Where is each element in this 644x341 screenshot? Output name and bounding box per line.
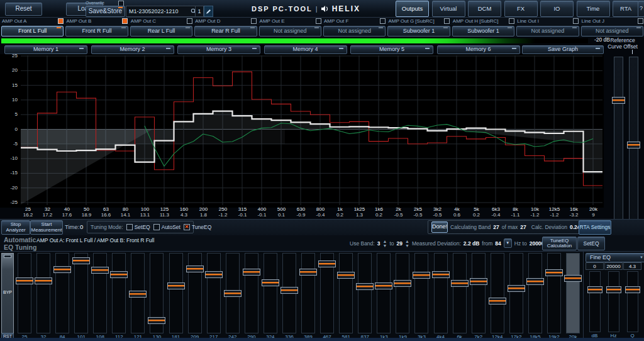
nav-tab-fx[interactable]: FX — [504, 1, 538, 17]
eq-bypass-strip[interactable]: BYP — [1, 253, 14, 333]
eq-slider-handle[interactable] — [337, 272, 355, 279]
eq-slider-handle[interactable] — [526, 278, 544, 285]
tuning-mode-checkbox-tuneeq[interactable]: ✕ — [184, 224, 190, 230]
eq-slider-handle[interactable] — [91, 267, 109, 274]
nav-tab-outputs[interactable]: Outputs — [396, 1, 429, 17]
channel-assign-button-7[interactable]: Subwoofer 1 — [387, 26, 450, 36]
channel-assign-button-2[interactable]: Front R Full — [65, 26, 128, 36]
channel-checkbox-1[interactable] — [58, 18, 64, 24]
reference-offset-handle[interactable] — [627, 142, 640, 148]
eq-slider-track[interactable] — [472, 253, 486, 333]
eq-slider-track[interactable] — [566, 253, 580, 333]
channel-assign-button-3[interactable]: Rear L Full — [130, 26, 192, 36]
nav-tab-dcm[interactable]: DCM — [468, 1, 501, 17]
eq-slider-handle[interactable] — [35, 277, 52, 284]
eq-slider-handle[interactable] — [432, 271, 450, 278]
fine-eq-dropdown[interactable]: Fine EQ ▼ — [586, 253, 644, 262]
save-graph-button[interactable]: Save Graph — [522, 45, 604, 54]
channel-assign-button-1[interactable]: Front L Full — [1, 26, 64, 36]
help-button[interactable]: ? — [638, 1, 644, 17]
freq-from-dropdown[interactable]: ▼ — [504, 238, 512, 248]
save-store-button[interactable]: Save&Store — [86, 6, 125, 17]
eq-slider-track[interactable] — [207, 253, 221, 333]
nav-tab-io[interactable]: IO — [540, 1, 574, 17]
eq-slider-handle[interactable] — [489, 298, 506, 305]
frequency-response-chart[interactable] — [21, 55, 602, 205]
eq-slider-handle[interactable] — [508, 285, 525, 292]
eq-slider-handle[interactable] — [470, 278, 487, 285]
eq-slider-track[interactable] — [453, 253, 467, 333]
fine-eq-slider-track[interactable] — [608, 271, 619, 332]
stop-analyzer-button[interactable]: Stop Analyzer — [1, 220, 30, 235]
band-to-spinner[interactable]: ▲▼ — [405, 239, 409, 248]
edit-preset-button[interactable] — [204, 6, 213, 17]
eq-slider-handle[interactable] — [299, 269, 317, 276]
channel-checkbox-3[interactable] — [187, 18, 192, 24]
band-from-spinner[interactable]: ▲▼ — [382, 239, 387, 248]
channel-assign-button-6[interactable]: Not assigned — [323, 26, 386, 36]
tuning-mode-checkbox-autoset[interactable] — [153, 224, 160, 230]
fine-eq-value[interactable]: 0 — [586, 262, 604, 270]
fine-eq-slider-track[interactable] — [627, 271, 638, 332]
memory-tab-3[interactable]: Memory 3 — [177, 45, 260, 54]
eq-slider-handle[interactable] — [375, 282, 392, 289]
fine-eq-value[interactable]: 20000 — [604, 262, 623, 270]
eq-slider-handle[interactable] — [16, 277, 33, 284]
rta-settings-button[interactable]: RTA Settings — [579, 220, 611, 235]
memory-tab-4[interactable]: Memory 4 — [264, 45, 347, 54]
eq-slider-track[interactable] — [245, 253, 258, 333]
fine-eq-value[interactable]: 4.3 — [623, 262, 641, 270]
nav-tab-rta[interactable]: RTA — [613, 1, 639, 17]
eq-slider-track[interactable] — [509, 253, 523, 333]
nav-tab-virtual[interactable]: Virtual — [432, 1, 465, 17]
eq-slider-handle[interactable] — [451, 280, 469, 287]
channel-checkbox-9[interactable] — [573, 18, 579, 24]
eq-slider-track[interactable] — [93, 253, 107, 333]
eq-slider-track[interactable] — [36, 253, 50, 333]
eq-slider-track[interactable] — [528, 253, 542, 333]
eq-slider-handle[interactable] — [318, 260, 336, 267]
eq-slider-track[interactable] — [434, 253, 448, 333]
channel-assign-button-5[interactable]: Not assigned — [259, 26, 321, 36]
eq-slider-handle[interactable] — [224, 290, 242, 297]
eq-slider-handle[interactable] — [545, 269, 563, 276]
eq-slider-track[interactable] — [74, 253, 88, 333]
fine-eq-slider-handle[interactable] — [625, 286, 640, 293]
eq-slider-handle[interactable] — [564, 275, 582, 282]
seteq-button[interactable]: SetEQ — [577, 237, 605, 250]
eq-slider-track[interactable] — [112, 253, 126, 333]
eq-slider-handle[interactable] — [205, 271, 223, 278]
channel-checkbox-4[interactable] — [251, 18, 257, 24]
eq-slider-track[interactable] — [358, 253, 372, 333]
channel-checkbox-2[interactable] — [122, 18, 128, 24]
eq-slider-track[interactable] — [339, 253, 353, 333]
eq-slider-track[interactable] — [414, 253, 428, 333]
preset-name-field[interactable]: M1-23052022-1210 — [126, 6, 200, 17]
eq-slider-handle[interactable] — [53, 266, 71, 273]
channel-checkbox-7[interactable] — [444, 18, 450, 24]
eq-slider-handle[interactable] — [394, 280, 411, 287]
eq-slider-track[interactable] — [491, 253, 504, 333]
channel-assign-button-9[interactable]: Not assigned — [516, 26, 579, 36]
channel-checkbox-10[interactable] — [638, 18, 643, 24]
fine-eq-slider-track[interactable] — [589, 271, 601, 332]
reference-offset-slider[interactable] — [629, 57, 638, 235]
eq-slider-track[interactable] — [396, 253, 409, 333]
eq-slider-handle[interactable] — [356, 283, 374, 290]
measurement-offset-handle[interactable] — [612, 97, 625, 104]
memory-tab-2[interactable]: Memory 2 — [91, 45, 174, 54]
start-measurement-button[interactable]: Start Measurement — [30, 220, 63, 235]
eq-slider-handle[interactable] — [148, 317, 165, 324]
eq-slider-handle[interactable] — [413, 272, 430, 279]
reset-button[interactable]: Reset — [5, 3, 42, 16]
measurement-offset-slider[interactable] — [614, 57, 623, 235]
fine-eq-slider-handle[interactable] — [587, 286, 602, 293]
channel-checkbox-8[interactable] — [509, 18, 514, 24]
channel-assign-button-8[interactable]: Subwoofer 1 — [452, 26, 514, 36]
tuning-mode-checkbox-seteq[interactable] — [126, 224, 133, 230]
eq-slider-track[interactable] — [55, 253, 69, 333]
eq-slider-handle[interactable] — [262, 279, 279, 286]
channel-assign-button-4[interactable]: Rear R Full — [194, 26, 257, 36]
bypass-handle[interactable] — [4, 255, 11, 258]
eq-slider-handle[interactable] — [167, 282, 185, 289]
